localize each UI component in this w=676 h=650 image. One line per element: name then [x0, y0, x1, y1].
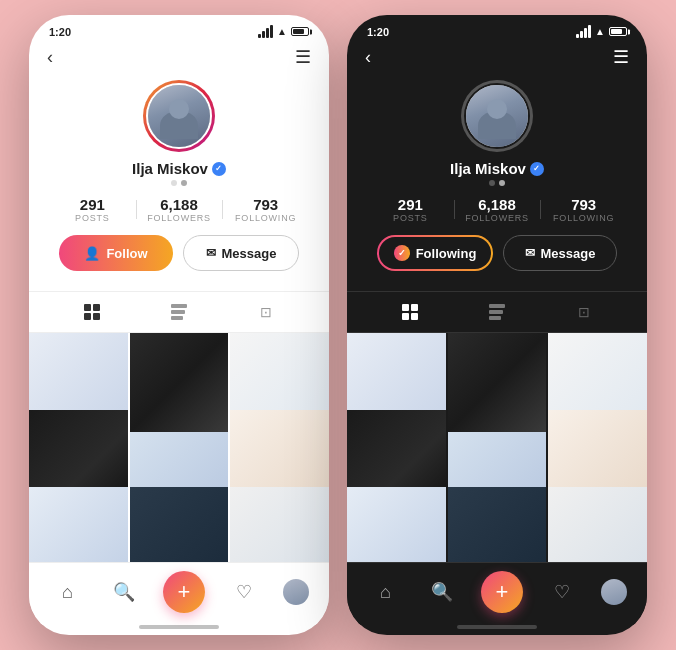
tag-icon-light: ⊡ — [260, 304, 272, 320]
menu-button-light[interactable]: ☰ — [295, 46, 311, 68]
home-nav-light[interactable]: ⌂ — [49, 574, 85, 610]
following-label-light: FOLLOWING — [235, 213, 296, 223]
signal-icon — [258, 25, 273, 38]
following-label-dark: FOLLOWING — [553, 213, 614, 223]
phone-dark: 1:20 ▲ ‹ ☰ Ilja Miskov ✓ — [347, 15, 647, 635]
tab-grid-light[interactable] — [74, 298, 110, 326]
battery-icon-dark — [609, 27, 627, 36]
content-tabs-light: ⊡ — [29, 291, 329, 333]
dot-2-dark — [499, 180, 505, 186]
tab-list-dark[interactable] — [479, 298, 515, 326]
profile-nav-light[interactable] — [283, 579, 309, 605]
add-button-light[interactable]: + — [163, 571, 205, 613]
profile-section-dark: Ilja Miskov ✓ 291 POSTS 6,188 FOLLOWERS … — [347, 74, 647, 291]
stat-followers-dark: 6,188 FOLLOWERS — [454, 196, 541, 223]
nav-bar-light: ‹ ☰ — [29, 42, 329, 74]
username-row-dark: Ilja Miskov ✓ — [450, 160, 544, 177]
profile-nav-dark[interactable] — [601, 579, 627, 605]
posts-label-dark: POSTS — [393, 213, 428, 223]
avatar-dark — [466, 85, 528, 147]
photo-8-dark[interactable] — [448, 487, 547, 562]
dots-indicator-dark — [489, 180, 505, 186]
photo-grid-light — [29, 333, 329, 562]
action-buttons-dark: ✓ Following ✉ Message — [367, 235, 627, 271]
photo-grid-dark — [347, 333, 647, 562]
verified-badge-light: ✓ — [212, 162, 226, 176]
list-icon-light — [171, 304, 187, 320]
dots-indicator-light — [171, 180, 187, 186]
action-buttons-light: 👤 Follow ✉ Message — [49, 235, 309, 271]
following-button-dark[interactable]: ✓ Following — [377, 235, 493, 271]
photo-9-dark[interactable] — [548, 487, 647, 562]
status-time-dark: 1:20 — [367, 26, 389, 38]
status-time-light: 1:20 — [49, 26, 71, 38]
home-nav-dark[interactable]: ⌂ — [367, 574, 403, 610]
stat-following-light: 793 FOLLOWING — [222, 196, 309, 223]
content-tabs-dark: ⊡ — [347, 291, 647, 333]
status-bar-light: 1:20 ▲ — [29, 15, 329, 42]
home-bar-light — [139, 625, 219, 629]
heart-nav-dark[interactable]: ♡ — [544, 574, 580, 610]
photo-7-light[interactable] — [29, 487, 128, 562]
followers-label-light: FOLLOWERS — [147, 213, 211, 223]
username-row-light: Ilja Miskov ✓ — [132, 160, 226, 177]
bottom-nav-dark: ⌂ 🔍 + ♡ — [347, 562, 647, 625]
following-value-dark: 793 — [571, 196, 596, 213]
posts-value-light: 291 — [80, 196, 105, 213]
grid-icon-dark — [402, 304, 418, 320]
avatar-wrapper-dark — [461, 80, 533, 152]
following-label-dark: Following — [416, 246, 477, 261]
message-label-light: Message — [222, 246, 277, 261]
follow-person-icon: 👤 — [84, 246, 100, 261]
avatar-inner-dark — [464, 83, 530, 149]
profile-section-light: Ilja Miskov ✓ 291 POSTS 6,188 FOLLOWERS … — [29, 74, 329, 291]
verified-badge-dark: ✓ — [530, 162, 544, 176]
tab-tag-light[interactable]: ⊡ — [248, 298, 284, 326]
search-nav-light[interactable]: 🔍 — [106, 574, 142, 610]
envelope-icon-dark: ✉ — [525, 246, 535, 260]
check-icon-dark: ✓ — [394, 245, 410, 261]
heart-nav-light[interactable]: ♡ — [226, 574, 262, 610]
tab-list-light[interactable] — [161, 298, 197, 326]
status-icons-light: ▲ — [258, 25, 309, 38]
back-button-dark[interactable]: ‹ — [365, 47, 371, 68]
photo-8-light[interactable] — [130, 487, 229, 562]
add-button-dark[interactable]: + — [481, 571, 523, 613]
avatar-wrapper-light — [143, 80, 215, 152]
search-nav-dark[interactable]: 🔍 — [424, 574, 460, 610]
bottom-nav-light: ⌂ 🔍 + ♡ — [29, 562, 329, 625]
phone-light: 1:20 ▲ ‹ ☰ Ilja Miskov ✓ — [29, 15, 329, 635]
back-button-light[interactable]: ‹ — [47, 47, 53, 68]
follow-button-light[interactable]: 👤 Follow — [59, 235, 173, 271]
status-icons-dark: ▲ — [576, 25, 627, 38]
home-bar-dark — [457, 625, 537, 629]
followers-label-dark: FOLLOWERS — [465, 213, 529, 223]
message-button-dark[interactable]: ✉ Message — [503, 235, 617, 271]
follow-label-light: Follow — [106, 246, 147, 261]
following-inner-dark: ✓ Following — [379, 237, 491, 269]
wifi-icon-dark: ▲ — [595, 26, 605, 37]
photo-7-dark[interactable] — [347, 487, 446, 562]
following-value-light: 793 — [253, 196, 278, 213]
menu-button-dark[interactable]: ☰ — [613, 46, 629, 68]
username-dark: Ilja Miskov — [450, 160, 526, 177]
nav-bar-dark: ‹ ☰ — [347, 42, 647, 74]
envelope-icon-light: ✉ — [206, 246, 216, 260]
wifi-icon: ▲ — [277, 26, 287, 37]
avatar-light — [148, 85, 210, 147]
followers-value-dark: 6,188 — [478, 196, 516, 213]
battery-icon — [291, 27, 309, 36]
username-light: Ilja Miskov — [132, 160, 208, 177]
followers-value-light: 6,188 — [160, 196, 198, 213]
tab-grid-dark[interactable] — [392, 298, 428, 326]
message-button-light[interactable]: ✉ Message — [183, 235, 299, 271]
dot-1-light — [171, 180, 177, 186]
message-label-dark: Message — [541, 246, 596, 261]
photo-2-light[interactable] — [130, 333, 229, 432]
grid-icon-light — [84, 304, 100, 320]
tab-tag-dark[interactable]: ⊡ — [566, 298, 602, 326]
photo-9-light[interactable] — [230, 487, 329, 562]
avatar-inner-light — [146, 83, 212, 149]
photo-2-dark[interactable] — [448, 333, 547, 432]
stat-followers-light: 6,188 FOLLOWERS — [136, 196, 223, 223]
